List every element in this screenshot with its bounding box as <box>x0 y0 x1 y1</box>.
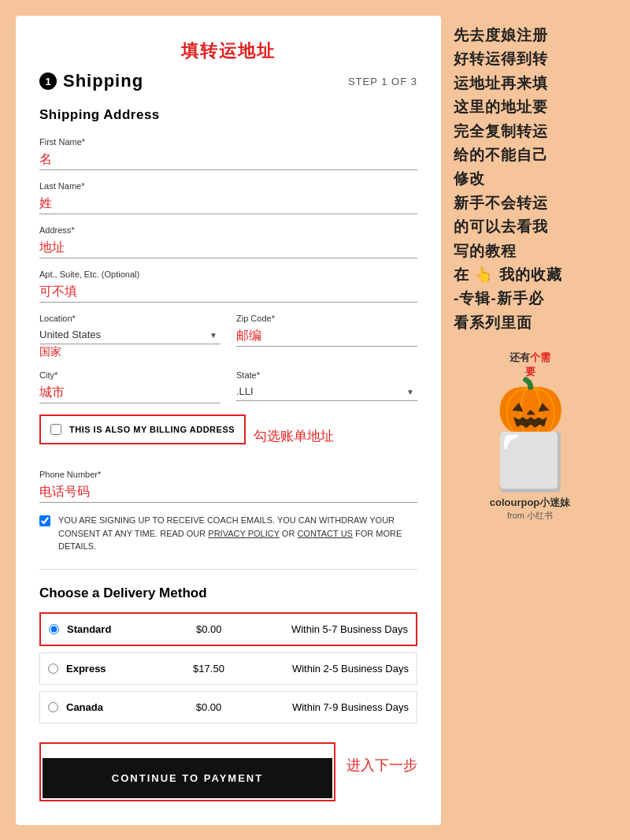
header-row: 1 Shipping STEP 1 OF 3 <box>39 71 417 91</box>
step-circle: 1 <box>39 72 57 90</box>
first-name-input[interactable] <box>39 149 417 170</box>
phone-label: Phone Number* <box>39 470 417 479</box>
delivery-option-standard[interactable]: Standard $0.00 Within 5-7 Business Days <box>39 612 417 646</box>
delivery-option-express[interactable]: Express $17.50 Within 2-5 Business Days <box>39 652 417 685</box>
delivery-radio-canada[interactable] <box>48 702 58 712</box>
delivery-time-express: Within 2-5 Business Days <box>236 663 409 675</box>
billing-row-wrapper: THIS IS ALSO MY BILLING ADDRESS 勾选账单地址 <box>39 414 417 457</box>
state-group: State* .LLI ▼ <box>236 370 417 403</box>
city-state-row: City* State* .LLI ▼ <box>39 370 417 414</box>
delivery-time-canada: Within 7-9 Business Days <box>236 701 409 713</box>
email-consent-row: YOU ARE SIGNING UP TO RECEIVE COACH EMAI… <box>39 514 417 553</box>
location-select[interactable]: United States <box>39 325 220 344</box>
phone-group: Phone Number* <box>39 470 417 503</box>
continue-row: CONTINUE TO PAYMENT 进入下一步 <box>39 730 417 801</box>
left-panel: 填转运地址 1 Shipping STEP 1 OF 3 Shipping Ad… <box>16 16 441 825</box>
address-group: Address* <box>39 225 417 258</box>
continue-to-payment-button[interactable]: CONTINUE TO PAYMENT <box>43 758 332 798</box>
address-label: Address* <box>39 225 417 235</box>
state-select-wrapper: .LLI ▼ <box>236 382 417 401</box>
last-name-input[interactable] <box>39 193 417 214</box>
city-label: City* <box>39 370 220 380</box>
delivery-price-standard: $0.00 <box>181 623 236 635</box>
delivery-price-express: $17.50 <box>181 663 236 675</box>
zip-input[interactable] <box>236 325 417 347</box>
first-name-group: First Name* <box>39 137 417 170</box>
divider <box>39 569 417 570</box>
state-select[interactable]: .LLI <box>236 382 417 401</box>
delivery-price-canada: $0.00 <box>181 701 236 713</box>
phone-input[interactable] <box>39 481 417 503</box>
last-name-group: Last Name* <box>39 181 417 214</box>
billing-checkbox-container: THIS IS ALSO MY BILLING ADDRESS <box>39 414 246 444</box>
city-input[interactable] <box>39 382 220 403</box>
first-name-label: First Name* <box>39 137 417 147</box>
email-consent-or: OR <box>280 529 298 538</box>
right-panel: 先去度娘注册 好转运得到转 运地址再来填 这里的地址要 完全复制转运 给的不能自… <box>441 16 606 825</box>
billing-checkbox-label: THIS IS ALSO MY BILLING ADDRESS <box>69 424 235 435</box>
delivery-time-standard: Within 5-7 Business Days <box>236 623 408 635</box>
location-group: Location* United States ▼ 国家 <box>39 314 220 359</box>
privacy-policy-link[interactable]: PRIVACY POLICY <box>208 529 279 538</box>
delivery-name-express: Express <box>66 663 181 675</box>
billing-checkbox[interactable] <box>50 424 61 435</box>
more-info-text: 还有个需要 <box>510 351 550 379</box>
billing-chinese-label: 勾选账单地址 <box>254 427 334 445</box>
email-consent-checkbox[interactable] <box>39 515 50 526</box>
location-select-wrapper: United States ▼ <box>39 325 220 344</box>
contact-us-link[interactable]: CONTACT US <box>297 529 353 538</box>
delivery-title: Choose a Delivery Method <box>39 585 417 601</box>
address-input[interactable] <box>39 237 417 258</box>
last-name-label: Last Name* <box>39 181 417 191</box>
page-title: Shipping <box>63 71 143 91</box>
top-chinese-label: 填转运地址 <box>39 39 417 63</box>
continue-btn-wrapper: CONTINUE TO PAYMENT <box>39 742 335 801</box>
state-label: State* <box>236 370 417 380</box>
zip-group: Zip Code* <box>236 314 417 359</box>
location-chinese: 国家 <box>39 345 61 358</box>
step-info: STEP 1 OF 3 <box>348 76 417 87</box>
email-consent-text: YOU ARE SIGNING UP TO RECEIVE COACH EMAI… <box>58 514 417 553</box>
delivery-name-canada: Canada <box>66 701 181 713</box>
apt-label: Apt., Suite, Etc. (Optional) <box>39 269 417 279</box>
apt-group: Apt., Suite, Etc. (Optional) <box>39 269 417 303</box>
ghost-icon: 🎃⬜ <box>496 379 565 489</box>
location-label: Location* <box>39 314 220 323</box>
location-zip-row: Location* United States ▼ 国家 Zip Code* <box>39 314 417 370</box>
delivery-name-standard: Standard <box>67 623 181 635</box>
shipping-address-title: Shipping Address <box>39 107 417 123</box>
brand-label: colourpop小迷妹 <box>490 496 571 510</box>
next-step-label: 进入下一步 <box>346 756 417 775</box>
right-instruction-text: 先去度娘注册 好转运得到转 运地址再来填 这里的地址要 完全复制转运 给的不能自… <box>454 24 606 335</box>
delivery-radio-express[interactable] <box>48 663 58 674</box>
city-group: City* <box>39 370 220 403</box>
delivery-radio-standard[interactable] <box>49 624 59 634</box>
brand-sub: from 小红书 <box>507 510 553 522</box>
apt-input[interactable] <box>39 281 417 303</box>
zip-label: Zip Code* <box>236 314 417 323</box>
right-bottom: 还有个需要 🎃⬜ colourpop小迷妹 from 小红书 <box>454 351 606 522</box>
delivery-option-canada[interactable]: Canada $0.00 Within 7-9 Business Days <box>39 691 417 723</box>
